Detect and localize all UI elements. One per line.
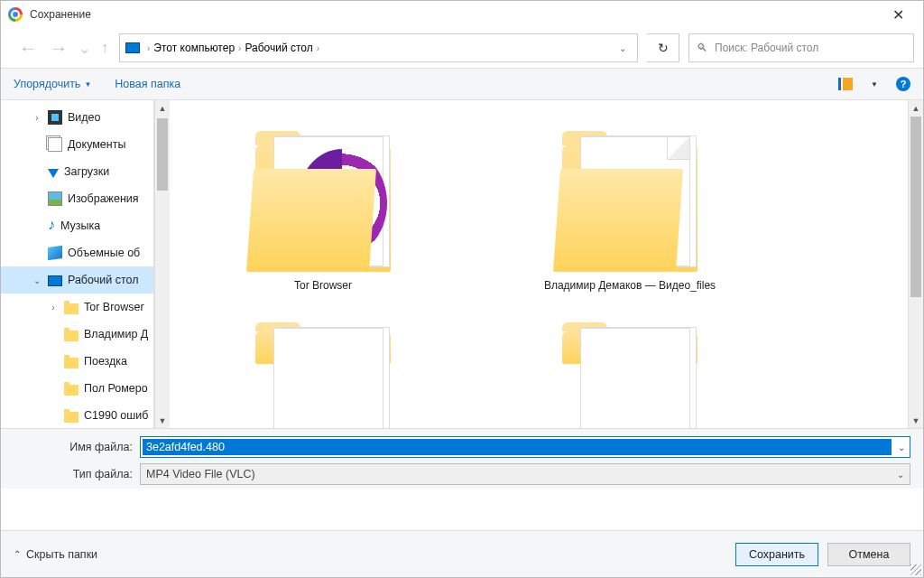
refresh-button[interactable]: ↻	[647, 33, 679, 62]
sidebar-item-label: Документы	[68, 138, 125, 151]
sidebar-item-7[interactable]: ›Tor Browser	[1, 294, 153, 321]
folder-icon	[64, 412, 79, 423]
breadcrumb-root[interactable]: Этот компьютер	[153, 42, 235, 54]
sidebar-item-label: Музыка	[60, 219, 100, 232]
music-icon: ♪	[48, 219, 55, 233]
sidebar-item-5[interactable]: Объемные об	[1, 239, 153, 266]
folder-icon	[64, 385, 79, 396]
breadcrumb-dropdown[interactable]: ⌄	[614, 43, 632, 53]
sidebar-item-label: С1990 ошиб	[84, 409, 148, 422]
folder-icon	[246, 127, 400, 272]
sidebar-item-6[interactable]: ⌄Рабочий стол	[1, 266, 153, 294]
sidebar-item-label: Пол Ромеро	[84, 382, 148, 395]
sidebar-item-label: Владимир Д	[84, 328, 148, 340]
up-button[interactable]: ↑	[99, 40, 110, 56]
chevron-icon: ›	[147, 43, 150, 53]
filename-label: Имя файла:	[14, 441, 140, 453]
arrange-button[interactable]: Упорядочить ▼	[14, 78, 91, 90]
chevron-up-icon: ⌃	[14, 549, 21, 559]
folder-label: Владимир Демаков — Видео_files	[544, 279, 716, 292]
chevron-down-icon: ▼	[84, 80, 91, 89]
sidebar: ›ВидеоДокументыЗагрузкиИзображения♪Музык…	[1, 100, 154, 428]
toolbar: Упорядочить ▼ Новая папка ▼ ?	[1, 68, 923, 100]
folder-icon	[246, 328, 400, 364]
search-placeholder: Поиск: Рабочий стол	[715, 42, 818, 54]
scrollbar-thumb[interactable]	[157, 118, 168, 191]
back-button[interactable]: ←	[17, 38, 39, 59]
sidebar-item-3[interactable]: Изображения	[1, 185, 153, 212]
forward-button[interactable]: →	[48, 38, 69, 59]
sidebar-item-9[interactable]: Поездка	[1, 348, 153, 375]
nav-bar: ← → ⌄ ↑ › Этот компьютер › Рабочий стол …	[1, 28, 923, 68]
search-icon: 🔍︎	[697, 42, 707, 54]
sidebar-item-label: Поездка	[84, 355, 127, 368]
folder-icon	[553, 127, 707, 272]
scroll-up-icon[interactable]: ▲	[155, 100, 170, 116]
chrome-icon	[8, 7, 23, 22]
new-folder-button[interactable]: Новая папка	[115, 78, 180, 90]
expand-icon[interactable]: ⌄	[32, 275, 42, 285]
sidebar-scrollbar[interactable]: ▲ ▼	[154, 100, 170, 428]
filetype-label: Тип файла:	[14, 468, 140, 480]
footer: ⌃ Скрыть папки Сохранить Отмена	[1, 530, 923, 577]
search-input[interactable]: 🔍︎ Поиск: Рабочий стол	[688, 33, 914, 62]
folder-icon	[64, 358, 79, 368]
folder-item[interactable]	[494, 301, 765, 371]
window-title: Сохранение	[30, 8, 91, 21]
view-dropdown[interactable]: ▼	[871, 80, 878, 89]
folder-label: Tor Browser	[294, 279, 352, 292]
folder-icon	[553, 328, 707, 364]
chevron-icon: ›	[317, 43, 319, 53]
titlebar: Сохранение ✕	[1, 1, 923, 28]
sidebar-item-label: Видео	[68, 111, 101, 124]
sidebar-item-label: Изображения	[68, 192, 139, 205]
filetype-value: MP4 Video File (VLC)	[146, 468, 255, 480]
fields: Имя файла: ⌄ Тип файла: MP4 Video File (…	[1, 428, 923, 489]
sidebar-item-1[interactable]: Документы	[1, 131, 153, 158]
help-button[interactable]: ?	[896, 77, 910, 91]
scroll-down-icon[interactable]: ▼	[155, 413, 170, 428]
pc-icon	[125, 42, 140, 53]
expand-icon[interactable]: ›	[48, 303, 59, 312]
filename-input-wrap[interactable]: ⌄	[140, 436, 910, 458]
sidebar-item-2[interactable]: Загрузки	[1, 158, 153, 185]
sidebar-item-4[interactable]: ♪Музыка	[1, 212, 153, 239]
video-icon	[48, 110, 62, 125]
img-icon	[48, 191, 62, 206]
view-options-button[interactable]	[838, 78, 853, 90]
filetype-select[interactable]: MP4 Video File (VLC) ⌄	[140, 463, 910, 485]
sidebar-item-label: Рабочий стол	[68, 274, 138, 286]
scrollbar-thumb[interactable]	[910, 117, 921, 297]
scroll-down-icon[interactable]: ▼	[909, 413, 923, 428]
folder-item[interactable]: Tor Browser	[188, 127, 458, 292]
folder-item[interactable]	[188, 301, 458, 371]
cancel-button[interactable]: Отмена	[827, 543, 910, 566]
resize-grip[interactable]	[910, 564, 921, 575]
sidebar-item-label: Объемные об	[68, 247, 140, 259]
scroll-up-icon[interactable]: ▲	[909, 100, 923, 116]
sidebar-item-10[interactable]: Пол Ромеро	[1, 375, 153, 402]
folder-item[interactable]: Владимир Демаков — Видео_files	[494, 127, 765, 292]
sidebar-item-0[interactable]: ›Видео	[1, 104, 153, 131]
breadcrumb[interactable]: › Этот компьютер › Рабочий стол › ⌄	[119, 33, 638, 62]
content-scrollbar[interactable]: ▲ ▼	[908, 100, 923, 428]
close-button[interactable]: ✕	[880, 6, 916, 23]
sidebar-item-11[interactable]: С1990 ошиб	[1, 402, 153, 428]
folder-icon	[64, 331, 79, 341]
breadcrumb-current[interactable]: Рабочий стол	[245, 42, 312, 54]
docs-icon	[48, 137, 62, 152]
save-button[interactable]: Сохранить	[735, 543, 818, 566]
filename-input[interactable]	[143, 439, 892, 455]
sidebar-item-label: Tor Browser	[84, 301, 144, 313]
hide-folders-button[interactable]: ⌃ Скрыть папки	[14, 548, 97, 561]
nav-separator: ⌄	[79, 40, 90, 57]
folder-icon	[64, 303, 79, 314]
chevron-down-icon: ⌄	[897, 470, 904, 480]
desk-icon	[48, 275, 62, 286]
sidebar-item-8[interactable]: Владимир Д	[1, 321, 153, 348]
content-area: Tor BrowserВладимир Демаков — Видео_file…	[170, 100, 923, 428]
box-icon	[48, 246, 62, 261]
expand-icon[interactable]: ›	[32, 113, 42, 123]
filename-dropdown[interactable]: ⌄	[893, 443, 910, 452]
sidebar-item-label: Загрузки	[64, 165, 109, 178]
